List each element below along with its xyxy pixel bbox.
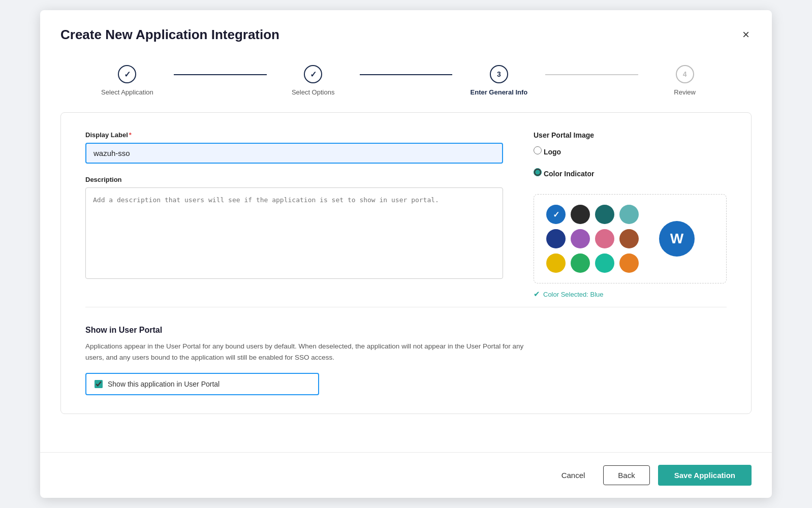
cancel-button[interactable]: Cancel [551, 466, 596, 485]
show-portal-checkbox-row[interactable]: Show this application in User Portal [85, 373, 319, 395]
connector-1-2 [174, 74, 267, 75]
show-portal-checkbox[interactable] [95, 380, 103, 388]
step-2-label: Select Options [292, 88, 335, 96]
display-label-input[interactable] [85, 143, 503, 164]
general-info-card: Display Label* Description User Portal I… [60, 112, 752, 414]
dialog-footer: Cancel Back Save Application [40, 452, 772, 498]
color-indicator-radio-item[interactable]: Color Indicator [534, 168, 727, 178]
connector-2-3 [360, 74, 453, 75]
step-circle-1: ✓ [118, 65, 136, 83]
color-picker-container: W [534, 194, 727, 283]
form-row: Display Label* Description User Portal I… [85, 131, 727, 299]
step-3-label: Enter General Info [471, 88, 528, 96]
back-button[interactable]: Back [603, 465, 649, 485]
color-dot-pink[interactable] [595, 229, 614, 248]
logo-radio-item[interactable]: Logo [534, 146, 727, 156]
color-grid [546, 205, 639, 273]
color-dot-teal-light[interactable] [619, 205, 639, 224]
display-label-label: Display Label* [85, 131, 503, 139]
save-application-button[interactable]: Save Application [658, 465, 752, 486]
color-selected-label: ✔ Color Selected: Blue [534, 290, 727, 299]
dialog-header: Create New Application Integration × [40, 10, 772, 53]
close-button[interactable]: × [740, 26, 752, 43]
image-type-radio-group: Logo Color Indicator [534, 146, 727, 185]
preview-letter: W [670, 231, 683, 247]
step-circle-4: 4 [676, 65, 694, 83]
description-label: Description [85, 176, 503, 183]
color-dot-dark[interactable] [571, 205, 590, 224]
color-indicator-radio-label: Color Indicator [544, 170, 595, 178]
color-dot-brown[interactable] [619, 229, 639, 248]
form-left: Display Label* Description [85, 131, 503, 299]
color-preview-circle: W [659, 221, 695, 257]
step-3: 3 Enter General Info [452, 65, 545, 96]
create-application-dialog: Create New Application Integration × ✓ S… [40, 10, 772, 498]
color-dot-purple[interactable] [571, 229, 590, 248]
show-portal-checkbox-label: Show this application in User Portal [108, 380, 220, 388]
color-selected-check-icon: ✔ [534, 290, 540, 299]
color-dot-navy[interactable] [546, 229, 566, 248]
step-1-icon: ✓ [124, 70, 131, 79]
dialog-title: Create New Application Integration [60, 27, 279, 43]
step-2: ✓ Select Options [267, 65, 360, 96]
description-textarea[interactable] [85, 187, 503, 279]
color-grid-and-preview [546, 205, 639, 273]
color-indicator-radio[interactable] [534, 168, 542, 176]
color-dot-green[interactable] [571, 253, 590, 273]
step-circle-2: ✓ [304, 65, 322, 83]
main-content: Display Label* Description User Portal I… [40, 112, 772, 452]
user-portal-image-label: User Portal Image [534, 131, 727, 139]
step-4: 4 Review [638, 65, 731, 96]
connector-3-4 [545, 74, 638, 75]
logo-radio-label: Logo [544, 148, 561, 156]
color-dot-blue-selected[interactable] [546, 205, 566, 224]
step-2-icon: ✓ [310, 70, 317, 79]
stepper: ✓ Select Application ✓ Select Options 3 … [40, 53, 772, 112]
show-in-user-portal-section: Show in User Portal Applications appear … [85, 307, 727, 395]
step-1: ✓ Select Application [81, 65, 174, 96]
step-4-icon: 4 [683, 70, 687, 78]
step-1-label: Select Application [101, 88, 153, 96]
step-3-icon: 3 [497, 70, 501, 78]
step-circle-3: 3 [490, 65, 508, 83]
step-4-label: Review [674, 88, 696, 96]
show-portal-title: Show in User Portal [85, 326, 727, 335]
color-dot-orange[interactable] [619, 253, 639, 273]
logo-radio[interactable] [534, 146, 542, 154]
required-marker: * [129, 131, 132, 139]
description-field: Description [85, 176, 503, 281]
color-dot-teal-dark[interactable] [595, 205, 614, 224]
color-dot-mint[interactable] [595, 253, 614, 273]
display-label-field: Display Label* [85, 131, 503, 164]
show-portal-description: Applications appear in the User Portal f… [85, 341, 543, 363]
user-portal-section: User Portal Image Logo Color Indicator [534, 131, 727, 299]
color-dot-yellow[interactable] [546, 253, 566, 273]
